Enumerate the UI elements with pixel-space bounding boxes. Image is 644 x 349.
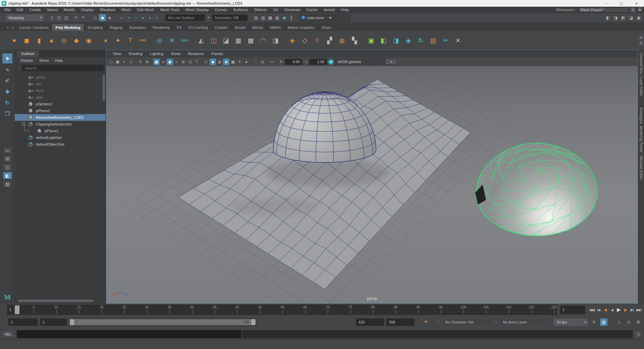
playback-loop-icon[interactable]: ↻ — [590, 318, 598, 326]
group-grip[interactable] — [89, 15, 90, 21]
menu-display[interactable]: Display — [78, 8, 97, 12]
sphere-primitive-icon[interactable]: ◕ — [100, 35, 111, 46]
play-backward-button[interactable]: ◀ — [609, 306, 615, 314]
menu-generate[interactable]: Generate — [281, 8, 304, 12]
viewport-menu-show[interactable]: Show — [167, 52, 184, 56]
make-live-shelf-icon[interactable]: ▣ — [365, 35, 377, 46]
safe-title-icon[interactable]: T — [194, 59, 200, 65]
viewport-menu-view[interactable]: View — [109, 52, 125, 56]
exposure-field[interactable]: 0.00 — [285, 59, 302, 65]
menu-deform[interactable]: Deform — [251, 8, 270, 12]
image-plane-icon[interactable]: ✎ — [137, 59, 144, 65]
viewport-menu-renderer[interactable]: Renderer — [184, 52, 208, 56]
layout-outliner-persp[interactable]: ◧ — [3, 172, 12, 179]
outliner-item-defaultObjectSet[interactable]: defaultObjectSet — [15, 141, 106, 148]
outliner-item-RemeshedGeometry_LOD1[interactable]: RemeshedGeometry_LOD1 — [15, 114, 106, 121]
subdivide-icon[interactable]: ◨ — [270, 35, 281, 46]
outliner-item-pPlane1[interactable]: pPlane1 — [15, 128, 106, 134]
poly-cone-icon[interactable]: ▲ — [46, 35, 57, 46]
group-grip[interactable] — [249, 15, 251, 21]
shelf-tab-xgen[interactable]: XGen — [318, 24, 335, 31]
script-editor-icon[interactable]: {;} — [634, 330, 643, 338]
layout-split-left[interactable]: ◫ — [3, 163, 12, 171]
outliner-item-defaultLightSet[interactable]: defaultLightSet — [15, 134, 106, 141]
outliner-item-front[interactable]: front — [15, 87, 106, 94]
gate-mask-icon[interactable]: ◐ — [173, 59, 180, 65]
playback-end-field[interactable]: 120 — [356, 318, 384, 326]
character-set-dropdown[interactable]: No Character Set — [442, 318, 493, 326]
current-frame-field[interactable]: 1 — [560, 306, 585, 314]
fill-hole-icon[interactable]: ▦ — [232, 35, 244, 46]
textured-mode-icon[interactable]: ◍ — [216, 59, 223, 65]
menu-edit[interactable]: Edit — [14, 8, 26, 12]
show-channel-box-icon[interactable]: ▣ — [635, 14, 642, 21]
outliner-item-persp[interactable]: persp — [15, 74, 106, 81]
poly-plane-icon[interactable]: ◆ — [70, 35, 82, 46]
menu-arnold[interactable]: Arnold — [321, 8, 338, 12]
rotate-tool[interactable]: ↻ — [2, 98, 12, 108]
set-bookmark-icon[interactable]: ⚑ — [422, 318, 430, 326]
shelf-menu-icon[interactable]: ☰ — [11, 25, 15, 30]
outliner-vertical-scrollbar[interactable] — [103, 75, 105, 101]
rangebar-grip[interactable] — [3, 318, 5, 327]
view-transform-dropdown[interactable]: sRGB gamma — [335, 59, 385, 65]
shelf-tab-poly-modeling[interactable]: Poly Modeling — [52, 24, 84, 31]
outliner-item-top[interactable]: top — [15, 81, 106, 87]
command-input[interactable] — [17, 330, 241, 338]
select-component-icon[interactable]: ◈ — [106, 14, 113, 21]
scale-tool[interactable]: ❒ — [2, 109, 12, 119]
shelf-tab-fx[interactable]: FX — [173, 24, 185, 31]
outliner-item-side[interactable]: side — [15, 94, 106, 101]
exposure-icon[interactable]: ↻ — [278, 59, 284, 65]
select-object-icon[interactable]: ◆ — [99, 14, 106, 21]
outliner-menu-show[interactable]: Show — [36, 58, 52, 62]
poly-cube-icon[interactable]: ◼ — [21, 35, 33, 46]
safe-action-icon[interactable]: ◳ — [187, 59, 193, 65]
select-camera-icon[interactable]: ▢ — [108, 59, 114, 65]
contrast-icon[interactable]: ◑ — [303, 59, 309, 65]
tab-channel-box-layer-editor[interactable]: Channel Box / Layer Editor — [639, 53, 643, 97]
live-surface-arrow[interactable]: ▼ — [206, 13, 211, 22]
ipr-render-icon[interactable]: ▦ — [267, 14, 274, 21]
animation-start-field[interactable]: 1 — [8, 318, 38, 326]
snap-view-plane-icon[interactable]: ◖ — [146, 14, 153, 21]
live-surface-field[interactable]: No Live Surface — [165, 14, 205, 21]
anim-layer-arrow[interactable]: ▽ — [495, 321, 497, 324]
viewport-menu-panels[interactable]: Panels — [208, 52, 227, 56]
restore-button[interactable]: ▢ — [614, 0, 629, 7]
menu-set-dropdown[interactable]: Modeling ▼ — [6, 14, 44, 21]
new-scene-icon[interactable]: ▯ — [49, 14, 56, 21]
shelf-selector-icon[interactable]: ▼ — [5, 25, 10, 30]
snap-curve-icon[interactable]: ◓ — [125, 14, 132, 21]
timeline-grip[interactable] — [3, 305, 5, 314]
go-to-end-button[interactable]: ▶▶| — [636, 306, 642, 314]
layout-hypershade-persp[interactable]: ▤ — [3, 180, 12, 188]
group-grip[interactable] — [115, 15, 116, 21]
step-forward-frame-button[interactable]: |▶ — [622, 306, 629, 314]
shelf-tab-sculpting[interactable]: Sculpting — [84, 24, 106, 31]
move-tool[interactable]: ✥ — [2, 87, 12, 97]
range-slider[interactable]: 1 120 — [69, 318, 256, 326]
lock-workspace-icon[interactable] — [638, 9, 641, 11]
select-hierarchy-icon[interactable]: ◇ — [92, 14, 99, 21]
quad-patch-icon[interactable]: ◧ — [378, 35, 389, 46]
menu-select[interactable]: Select — [44, 8, 61, 12]
menu-modify[interactable]: Modify — [61, 8, 78, 12]
audio-icon[interactable]: ♫ — [615, 318, 623, 326]
range-slider-bar-inner[interactable] — [70, 319, 256, 325]
viewport-menu-shading[interactable]: Shading — [125, 52, 146, 56]
chevron-down-icon[interactable]: ▼ — [386, 59, 397, 65]
poly-disc-icon[interactable]: ◉ — [83, 35, 95, 46]
redo-icon[interactable]: ↷ — [80, 14, 87, 21]
tab-modeling-toolkit[interactable]: Modeling Toolkit — [639, 126, 643, 152]
menu-mesh[interactable]: Mesh — [118, 8, 134, 12]
separate-icon[interactable]: ◪ — [220, 35, 232, 46]
step-back-frame-button[interactable]: ◀| — [602, 306, 608, 314]
shelf-tab-custom[interactable]: Custom — [212, 24, 231, 31]
launch-render-view-icon[interactable]: ◉ — [281, 14, 288, 21]
outliner-menu-display[interactable]: Display — [17, 58, 36, 62]
shelf-tab-bifrost[interactable]: Bifrost — [249, 24, 267, 31]
cached-playback-icon[interactable]: ▥ — [600, 318, 607, 326]
animation-preferences-icon[interactable]: ⚙ — [635, 318, 642, 326]
step-back-key-button[interactable]: |◀ — [595, 306, 602, 314]
